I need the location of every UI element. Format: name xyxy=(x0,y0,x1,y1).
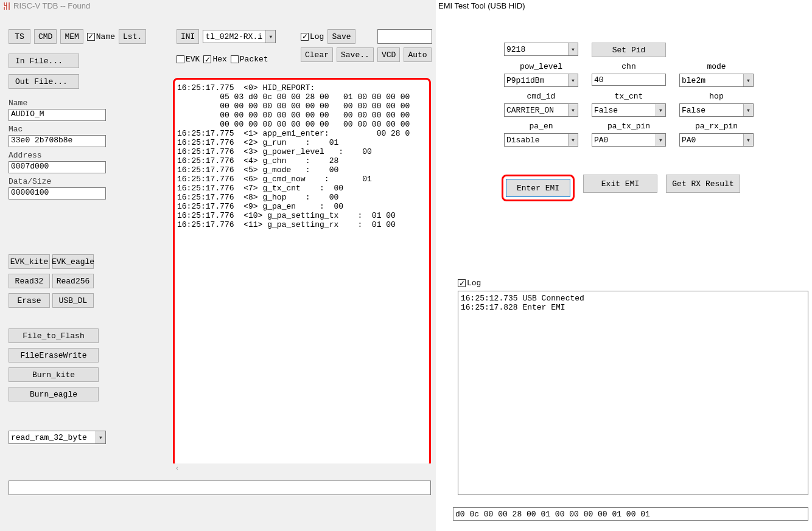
tx-cnt-value: False xyxy=(594,106,618,115)
address-input[interactable]: 0007d000 xyxy=(9,161,106,173)
name-checkbox-label: Name xyxy=(96,32,115,41)
right-log-checkbox-label: Log xyxy=(467,279,481,288)
usb-dl-button[interactable]: USB_DL xyxy=(52,293,94,308)
left-fields: In File... Out File... Name AUDIO_M Mac … xyxy=(9,54,112,200)
pa-rx-pin-select[interactable]: PA0 ▼ xyxy=(679,133,754,147)
datasize-label: Data/Size xyxy=(9,177,112,186)
log-scrollbar[interactable]: ‹ xyxy=(173,463,431,472)
evk-kite-button[interactable]: EVK_kite xyxy=(9,254,50,269)
chn-input[interactable]: 40 xyxy=(592,74,666,86)
read256-button[interactable]: Read256 xyxy=(52,274,94,288)
pa-tx-pin-select[interactable]: PA0 ▼ xyxy=(592,133,666,147)
out-file-button[interactable]: Out File... xyxy=(9,74,79,89)
hop-label: hop xyxy=(709,92,723,101)
evk-checkbox[interactable]: EVK xyxy=(177,55,200,64)
pa-rx-pin-label: pa_rx_pin xyxy=(695,122,738,131)
tx-cnt-select[interactable]: False ▼ xyxy=(592,103,666,117)
check-icon: ✓ xyxy=(87,33,95,41)
right-log-checkbox[interactable]: ✓ Log xyxy=(458,279,481,288)
auto-button[interactable]: Auto xyxy=(404,47,431,62)
command-input[interactable] xyxy=(9,481,431,495)
get-rx-result-button[interactable]: Get RX Result xyxy=(666,175,740,193)
enter-emi-button[interactable]: Enter EMI xyxy=(506,179,570,197)
left-window: RISC-V TDB -- Found TS CMD MEM ✓ Name Ls… xyxy=(0,0,436,531)
hop-value: False xyxy=(682,106,705,115)
name-checkbox[interactable]: ✓ Name xyxy=(87,32,115,41)
pid-value: 9218 xyxy=(506,45,525,54)
left-toolbar: TS CMD MEM ✓ Name Lst. xyxy=(9,29,146,44)
check-icon: ✓ xyxy=(301,33,309,41)
left-title-bar: RISC-V TDB -- Found xyxy=(0,0,436,12)
read32-button[interactable]: Read32 xyxy=(9,274,50,288)
cmd-id-select[interactable]: CARRIER_ON ▼ xyxy=(504,103,578,117)
chevron-down-icon: ▼ xyxy=(568,74,578,86)
vcd-button[interactable]: VCD xyxy=(377,47,400,62)
pid-select[interactable]: 9218 ▼ xyxy=(504,43,578,56)
pa-tx-pin-label: pa_tx_pin xyxy=(607,122,650,131)
address-label: Address xyxy=(9,151,112,160)
mode-label: mode xyxy=(707,62,726,71)
right-title-bar: EMI Test Tool (USB HID) xyxy=(436,0,812,12)
mode-select[interactable]: ble2m ▼ xyxy=(679,74,754,87)
hop-select[interactable]: False ▼ xyxy=(679,103,754,117)
read-ram-select[interactable]: read_ram_32_byte ▼ xyxy=(9,431,106,444)
ini-toolbar: INI tl_02M2-RX.i ▼ xyxy=(177,29,276,44)
check-icon: ✓ xyxy=(458,279,466,287)
pow-level-select[interactable]: P9p11dBm ▼ xyxy=(504,74,578,87)
cmd-button[interactable]: CMD xyxy=(34,29,57,44)
hex-checkbox-label: Hex xyxy=(212,55,226,64)
read-ram-select-value: read_ram_32_byte xyxy=(11,433,87,442)
packet-checkbox[interactable]: Packet xyxy=(231,55,268,64)
pow-level-value: P9p11dBm xyxy=(506,76,544,85)
file-erase-write-button[interactable]: FileEraseWrite xyxy=(9,348,99,363)
mac-input[interactable]: 33e0 2b708b8e xyxy=(9,135,106,147)
pow-level-label: pow_level xyxy=(520,62,562,71)
chn-label: chn xyxy=(621,62,635,71)
chevron-down-icon: ▼ xyxy=(96,431,105,443)
emi-test-tool-window: EMI Test Tool (USB HID) 9218 ▼ Set Pid p… xyxy=(436,0,812,531)
in-file-button[interactable]: In File... xyxy=(9,54,79,68)
chevron-down-icon: ▼ xyxy=(656,134,665,146)
chevron-down-icon: ▼ xyxy=(656,104,665,116)
cmd-id-value: CARRIER_ON xyxy=(506,106,554,115)
vcd-input[interactable] xyxy=(377,29,432,44)
ini-button[interactable]: INI xyxy=(177,29,199,44)
vcd-toolbar: VCD Auto xyxy=(377,29,432,62)
evk-eagle-button[interactable]: EVK_eagle xyxy=(52,254,94,269)
log-checkbox-label: Log xyxy=(310,32,324,41)
burn-kite-button[interactable]: Burn_kite xyxy=(9,367,99,382)
cmd-id-label: cmd_id xyxy=(527,92,556,101)
enter-emi-highlight: Enter EMI xyxy=(502,175,575,201)
erase-button[interactable]: Erase xyxy=(9,293,50,308)
emi-hex-input[interactable]: d0 0c 00 00 28 00 01 00 00 00 00 01 00 0… xyxy=(453,507,808,521)
packet-checkbox-label: Packet xyxy=(240,55,268,64)
clear-button[interactable]: Clear xyxy=(301,47,333,62)
chevron-down-icon: ▼ xyxy=(743,134,753,146)
pa-en-select[interactable]: Disable ▼ xyxy=(504,133,578,147)
hci-icon xyxy=(2,2,11,10)
mem-button[interactable]: MEM xyxy=(60,29,83,44)
emi-log-output[interactable]: 16:25:12.735 USB Connected 16:25:17.828 … xyxy=(458,291,808,495)
file-to-flash-button[interactable]: File_to_Flash xyxy=(9,328,99,343)
log-checkbox[interactable]: ✓ Log xyxy=(301,32,324,41)
pa-tx-pin-value: PA0 xyxy=(594,136,608,145)
burn-eagle-button[interactable]: Burn_eagle xyxy=(9,387,99,401)
chevron-down-icon: ▼ xyxy=(568,134,578,146)
lst-button[interactable]: Lst. xyxy=(119,29,146,44)
name-input[interactable]: AUDIO_M xyxy=(9,109,106,121)
save-button[interactable]: Save xyxy=(327,29,355,44)
emi-form: 9218 ▼ Set Pid pow_level P9p11dBm ▼ chn … xyxy=(436,43,812,201)
hex-checkbox[interactable]: ✓ Hex xyxy=(203,55,226,64)
evk-button-group: EVK_kite EVK_eagle Read32 Read256 Erase … xyxy=(9,254,94,308)
pa-en-value: Disable xyxy=(506,136,540,145)
datasize-input[interactable]: 00000100 xyxy=(9,187,106,200)
log-output[interactable]: 16:25:17.775 <0> HID_REPORT: 05 03 d0 0c… xyxy=(173,78,431,467)
ini-file-select[interactable]: tl_02M2-RX.i ▼ xyxy=(203,30,276,43)
chevron-down-icon: ▼ xyxy=(743,74,753,86)
ram-select-group: read_ram_32_byte ▼ xyxy=(9,431,106,444)
save-as-button[interactable]: Save.. xyxy=(337,47,374,62)
set-pid-button[interactable]: Set Pid xyxy=(592,43,666,57)
ts-button[interactable]: TS xyxy=(9,29,30,44)
exit-emi-button[interactable]: Exit EMI xyxy=(583,175,657,193)
chevron-down-icon: ▼ xyxy=(265,30,275,43)
